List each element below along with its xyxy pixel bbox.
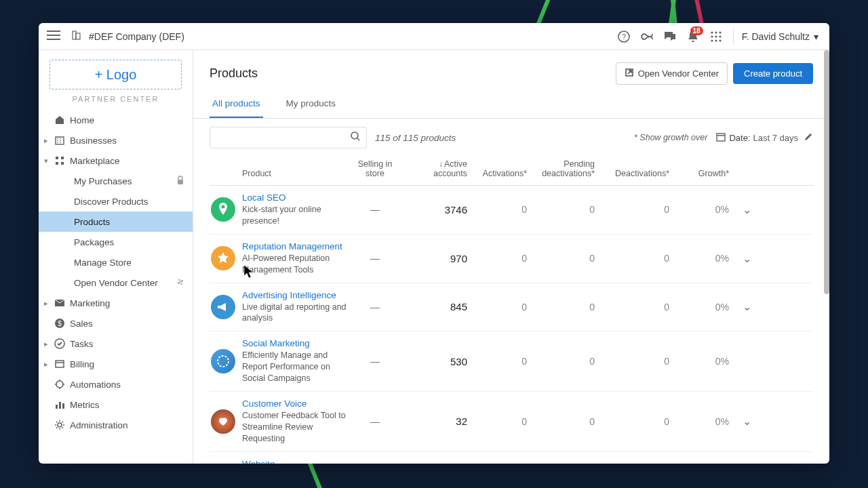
page-title: Products <box>210 66 258 81</box>
search-input[interactable] <box>210 127 367 148</box>
cell-pending: 0 <box>531 356 599 367</box>
nav-marketplace[interactable]: ▾Marketplace <box>39 150 193 171</box>
col-product[interactable]: Product <box>242 169 351 178</box>
col-active[interactable]: ↓Active accounts <box>403 159 471 178</box>
product-name-link[interactable]: Reputation Management <box>242 241 351 251</box>
company-icon <box>71 30 82 43</box>
table-row: Local SEOKick-start your online presence… <box>210 186 813 235</box>
nav-metrics[interactable]: ▸Metrics <box>39 394 193 415</box>
metrics-icon <box>52 400 67 409</box>
apps-icon[interactable] <box>705 29 728 43</box>
nav-discover-products[interactable]: Discover Products <box>39 191 193 211</box>
col-selling[interactable]: Selling in store <box>351 159 403 178</box>
nav-home[interactable]: ▸Home <box>39 110 193 130</box>
user-menu[interactable]: F. David Schultz ▾ <box>739 31 821 42</box>
svg-point-12 <box>719 40 721 42</box>
menu-icon[interactable] <box>47 30 63 43</box>
nav-manage-store[interactable]: Manage Store <box>39 252 193 272</box>
product-icon <box>211 409 235 434</box>
cell-active: 970 <box>403 253 471 264</box>
svg-point-11 <box>715 40 717 42</box>
product-name-link[interactable]: Social Marketing <box>242 338 351 348</box>
svg-text:?: ? <box>622 33 626 41</box>
search-icon <box>350 131 361 144</box>
open-vendor-center-button[interactable]: Open Vendor Center <box>616 62 728 85</box>
product-desc: Live digital ad reporting and analysis <box>242 302 351 325</box>
notification-badge: 18 <box>690 26 703 35</box>
nav-businesses[interactable]: ▸Businesses <box>39 130 193 150</box>
infinity-icon[interactable] <box>635 29 658 43</box>
cell-deactivations: 0 <box>599 253 673 264</box>
svg-point-4 <box>711 32 713 34</box>
calendar-icon <box>715 131 726 144</box>
nav-products[interactable]: Products <box>39 211 193 232</box>
table-row: Reputation ManagementAI-Powered Reputati… <box>210 235 813 283</box>
nav-sales[interactable]: ▸$Sales <box>39 313 193 333</box>
create-product-button[interactable]: Create product <box>733 63 813 84</box>
sort-down-icon: ↓ <box>439 159 443 169</box>
expand-row-icon[interactable]: ⌄ <box>733 300 760 313</box>
nav-tasks[interactable]: ▸Tasks <box>39 333 193 354</box>
svg-point-7 <box>711 36 713 38</box>
company-name[interactable]: #DEF Company (DEF) <box>89 31 184 42</box>
expand-row-icon[interactable]: ⌄ <box>733 252 760 265</box>
cell-active: 3746 <box>403 204 471 216</box>
product-name-link[interactable]: Customer Voice <box>242 399 351 409</box>
svg-rect-25 <box>56 405 58 409</box>
cell-growth: 0% <box>673 416 733 427</box>
dollar-icon: $ <box>52 318 67 329</box>
scrollbar[interactable] <box>824 50 829 294</box>
notifications-icon[interactable]: 18 <box>682 29 705 43</box>
svg-rect-31 <box>717 134 725 141</box>
search-field[interactable] <box>216 133 350 143</box>
nav-marketing[interactable]: ▸Marketing <box>39 293 193 313</box>
chat-icon[interactable] <box>658 29 682 43</box>
lock-icon <box>176 176 184 187</box>
product-desc: Efficiently Manage and Report Performanc… <box>242 350 351 384</box>
svg-rect-26 <box>59 402 61 409</box>
nav-open-vendor-center[interactable]: Open Vendor Center <box>39 272 193 293</box>
svg-point-9 <box>719 36 721 38</box>
expand-row-icon[interactable]: ⌄ <box>733 415 760 428</box>
product-desc: AI-Powered Reputation Management Tools <box>242 253 351 276</box>
product-name-link[interactable]: Local SEO <box>242 192 351 203</box>
product-icon <box>211 295 235 319</box>
mail-icon <box>52 299 67 307</box>
col-activations[interactable]: Activations* <box>471 169 531 178</box>
col-deactivations[interactable]: Deactivations* <box>599 169 673 178</box>
product-name-link[interactable]: Advertising Intelligence <box>242 290 351 300</box>
tab-all-products[interactable]: All products <box>210 92 263 118</box>
home-icon <box>52 115 67 125</box>
cell-pending: 0 <box>531 204 599 215</box>
svg-point-5 <box>715 32 717 34</box>
external-link-icon <box>625 68 634 79</box>
help-icon[interactable]: ? <box>612 29 635 43</box>
app-window: #DEF Company (DEF) ? 18 F. David Schultz… <box>39 23 829 464</box>
partner-center-label: PARTNER CENTER <box>39 95 193 103</box>
col-growth[interactable]: Growth* <box>673 169 733 178</box>
tab-my-products[interactable]: My products <box>283 92 339 118</box>
cell-deactivations: 0 <box>599 356 673 367</box>
nav-billing[interactable]: ▸Billing <box>39 354 193 374</box>
svg-rect-0 <box>73 31 76 39</box>
cell-selling: — <box>351 302 403 312</box>
cell-selling: — <box>351 253 403 264</box>
product-icon <box>211 349 235 373</box>
logo-upload[interactable]: + Logo <box>50 60 182 89</box>
svg-point-24 <box>56 381 63 388</box>
cell-deactivations: 0 <box>599 204 673 215</box>
svg-rect-16 <box>56 162 58 165</box>
nav-automations[interactable]: ▸Automations <box>39 374 193 394</box>
svg-point-30 <box>351 132 358 139</box>
date-filter[interactable]: Date:Last 7 days <box>715 131 813 144</box>
expand-row-icon[interactable]: ⌄ <box>733 203 760 216</box>
edit-icon[interactable] <box>804 132 813 144</box>
cell-activations: 0 <box>471 204 531 215</box>
svg-rect-1 <box>76 33 80 39</box>
product-name-link[interactable]: Website <box>242 459 351 464</box>
nav-administration[interactable]: ▸Administration <box>39 415 193 435</box>
cell-active: 530 <box>403 356 471 367</box>
col-pending[interactable]: Pending deactivations* <box>531 159 599 178</box>
nav-packages[interactable]: Packages <box>39 232 193 252</box>
nav-my-purchases[interactable]: My Purchases <box>39 171 193 191</box>
